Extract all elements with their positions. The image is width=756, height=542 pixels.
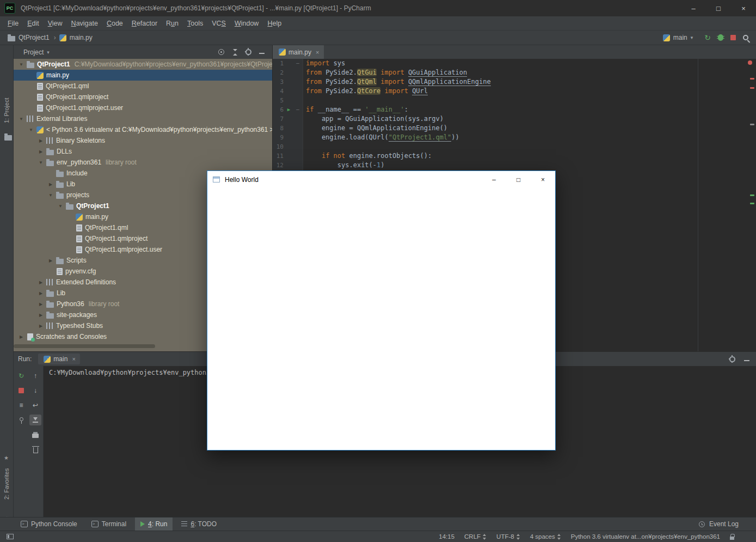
scroll-to-end-button[interactable] [29,415,41,425]
inspections-indicator-icon[interactable] [748,60,752,65]
close-tab-icon[interactable]: × [316,49,319,56]
hide-panel-icon[interactable] [744,360,749,361]
fold-icon[interactable]: − [294,106,302,113]
debug-button[interactable] [718,34,723,41]
error-stripe-mark[interactable] [750,203,754,204]
clear-button[interactable] [29,444,41,455]
interpreter-status[interactable]: Python 3.6 virtualenv at...on¥projects¥e… [571,533,720,540]
rerun-button[interactable]: ↻ [704,34,711,41]
tree-expanded-arrow-icon[interactable]: ▼ [36,160,45,165]
tree-collapsed-arrow-icon[interactable]: ▶ [36,324,45,328]
lib-icon [46,137,53,144]
hello-maximize-button[interactable]: □ [506,171,531,188]
horizontal-scrollbar[interactable] [14,344,155,348]
menu-item-help[interactable]: Help [263,20,286,27]
encoding-selector[interactable]: UTF-8 [496,533,520,540]
tree-item[interactable]: QtProject1.qml [14,81,272,92]
hello-title-bar[interactable]: Hello World – □ × [207,171,555,188]
tool-button-python-console[interactable]: Python Console [15,517,83,531]
run-tab-main[interactable]: main × [38,354,79,364]
hello-minimize-button[interactable]: – [482,171,506,188]
search-icon[interactable] [743,35,748,40]
menu-item-view[interactable]: View [44,20,67,27]
tree-collapsed-arrow-icon[interactable]: ▶ [46,182,55,187]
line-ending-selector[interactable]: CRLF [464,533,487,540]
tree-item[interactable]: QtProject1.qmlproject [14,92,272,102]
menu-item-edit[interactable]: Edit [23,20,44,27]
maximize-button[interactable]: □ [706,0,731,16]
lock-icon[interactable] [730,537,734,540]
fold-icon[interactable]: − [294,60,302,67]
pin-button[interactable] [15,415,27,425]
error-stripe-mark[interactable] [750,87,754,89]
print-button[interactable] [29,429,41,440]
tree-collapsed-arrow-icon[interactable]: ▶ [36,280,45,285]
hide-panel-icon[interactable] [259,53,265,54]
rerun-button[interactable]: ↻ [15,370,27,381]
up-arrow-button[interactable]: ↑ [29,370,41,381]
error-stripe-mark[interactable] [750,78,754,80]
menu-item-file[interactable]: File [3,20,23,27]
soft-wrap-button[interactable]: ↩ [29,400,41,411]
tree-item[interactable]: ▼External Libraries [14,113,272,124]
breadcrumb-project[interactable]: QtProject1 [19,34,50,41]
gear-icon[interactable] [245,49,251,55]
tree-collapsed-arrow-icon[interactable]: ▶ [17,334,26,339]
tree-collapsed-arrow-icon[interactable]: ▶ [36,291,45,296]
close-button[interactable]: × [731,0,756,16]
close-tab-icon[interactable]: × [72,356,75,362]
locate-icon[interactable] [218,49,224,55]
menu-item-run[interactable]: Run [162,20,183,27]
tab-main-py[interactable]: main.py × [273,45,324,59]
indent-selector[interactable]: 4 spaces [530,533,561,540]
tree-collapsed-arrow-icon[interactable]: ▶ [36,138,45,143]
tool-button-event-log[interactable]: Event Log [693,517,744,531]
menu-item-refactor[interactable]: Refactor [127,20,162,27]
down-arrow-button[interactable]: ↓ [29,385,41,396]
tree-expanded-arrow-icon[interactable]: ▼ [46,193,55,198]
error-stripe-mark[interactable] [750,194,754,196]
tree-item[interactable]: ▼QtProject1C:¥MyDownload¥python¥projects… [14,59,272,70]
chevron-down-icon: ▾ [691,35,693,40]
tree-collapsed-arrow-icon[interactable]: ▶ [36,149,45,154]
minimize-button[interactable]: – [681,0,706,16]
menu-item-code[interactable]: Code [102,20,127,27]
tool-button-6-todo[interactable]: 6: TODO [176,517,222,531]
run-line-icon[interactable]: ▶ [284,107,294,112]
stop-button[interactable] [730,35,736,40]
tree-item[interactable]: ▶DLLs [14,146,272,157]
error-stripe-mark[interactable] [750,124,754,125]
gear-icon[interactable] [729,356,735,362]
hello-close-button[interactable]: × [531,171,555,188]
stop-button[interactable] [15,385,27,396]
tool-button-4-run[interactable]: 4: Run [135,517,173,531]
tree-item[interactable]: ▼< Python 3.6 virtualenv at C:¥MyDownloa… [14,124,272,135]
tree-item[interactable]: ▼env_python361library root [14,157,272,168]
tree-collapsed-arrow-icon[interactable]: ▶ [46,258,55,263]
tree-expanded-arrow-icon[interactable]: ▼ [17,62,26,67]
breadcrumb-file[interactable]: main.py [70,34,93,41]
show-list-button[interactable]: ≡ [15,400,27,411]
tool-window-toggle-icon[interactable] [7,534,14,539]
tree-item-label: projects [66,191,89,199]
menu-item-tools[interactable]: Tools [183,20,207,27]
tree-collapsed-arrow-icon[interactable]: ▶ [36,313,45,318]
run-config-selector[interactable]: main ▾ [662,34,693,41]
tool-buttons-left: Python ConsoleTerminal4: Run6: TODO [15,517,222,531]
menu-item-vcs[interactable]: VCS [207,20,230,27]
menu-item-navigate[interactable]: Navigate [67,20,102,27]
tool-button-terminal[interactable]: Terminal [86,517,132,531]
tree-item[interactable]: main.py [14,70,272,81]
tree-expanded-arrow-icon[interactable]: ▼ [27,127,35,132]
tool-button-favorites[interactable]: 2: Favorites [2,465,11,503]
todo-icon [181,521,187,527]
tree-item[interactable]: QtProject1.qmlproject.user [14,102,272,113]
tool-button-project[interactable]: 1: Project [2,92,11,129]
menu-item-window[interactable]: Window [230,20,263,27]
tree-expanded-arrow-icon[interactable]: ▼ [56,204,65,209]
collapse-all-icon[interactable] [232,49,238,56]
tree-item[interactable]: ▶Binary Skeletons [14,135,272,146]
tree-expanded-arrow-icon[interactable]: ▼ [17,117,26,121]
tree-collapsed-arrow-icon[interactable]: ▶ [36,302,45,307]
project-panel-title[interactable]: Project [23,48,44,56]
